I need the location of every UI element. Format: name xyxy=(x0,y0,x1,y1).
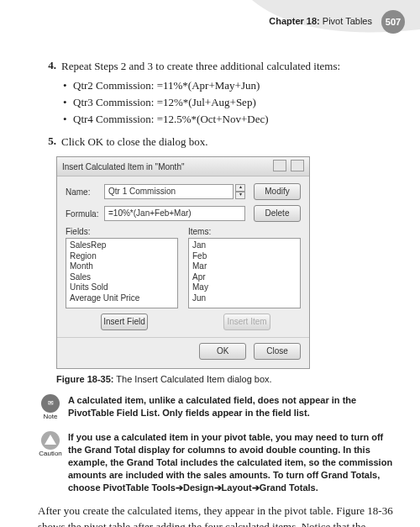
list-item[interactable]: Jan xyxy=(192,240,297,251)
caution-callout: Caution If you use a calculated item in … xyxy=(38,431,399,493)
bullet-item: Qtr2 Commission: =11%*(Apr+May+Jun) xyxy=(63,79,399,92)
fields-label: Fields: xyxy=(66,227,178,236)
list-item[interactable]: Apr xyxy=(192,272,297,283)
fields-listbox[interactable]: SalesRep Region Month Sales Units Sold A… xyxy=(66,238,178,308)
step-4: 4. Repeat Steps 2 and 3 to create three … xyxy=(38,59,399,74)
bullet-list: Qtr2 Commission: =11%*(Apr+May+Jun) Qtr3… xyxy=(63,79,399,126)
list-item[interactable]: SalesRep xyxy=(70,240,174,251)
bullet-text: Qtr4 Commission: =12.5%*(Oct+Nov+Dec) xyxy=(73,113,269,126)
name-stepper[interactable]: ▴▾ xyxy=(235,184,245,199)
bullet-item: Qtr4 Commission: =12.5%*(Oct+Nov+Dec) xyxy=(63,113,399,126)
dialog-titlebar[interactable]: Insert Calculated Item in "Month" xyxy=(57,157,309,177)
insert-field-button[interactable]: Insert Field xyxy=(101,314,148,330)
figure-wrapper: Insert Calculated Item in "Month" Name: … xyxy=(56,156,399,384)
formula-label: Formula: xyxy=(66,209,104,219)
note-label: Note xyxy=(38,414,63,421)
chapter-title: Pivot Tables xyxy=(323,16,372,26)
page: Chapter 18: Pivot Tables 507 4. Repeat S… xyxy=(0,0,420,527)
lists-row: Fields: SalesRep Region Month Sales Unit… xyxy=(66,227,301,330)
warning-triangle-icon xyxy=(41,431,60,450)
titlebar-buttons xyxy=(271,160,304,173)
formula-input[interactable]: =10%*(Jan+Feb+Mar) xyxy=(104,206,245,221)
note-icon: ✉ Note xyxy=(38,394,63,421)
list-item[interactable]: Jun xyxy=(192,293,297,304)
page-body: 4. Repeat Steps 2 and 3 to create three … xyxy=(38,59,399,527)
step-text: Click OK to close the dialog box. xyxy=(61,134,399,150)
list-item[interactable]: Feb xyxy=(192,251,297,262)
list-item[interactable]: Units Sold xyxy=(70,282,174,293)
insert-item-button[interactable]: Insert Item xyxy=(223,314,270,330)
modify-button[interactable]: Modify xyxy=(254,183,301,200)
step-number: 5. xyxy=(38,134,61,150)
items-listbox[interactable]: Jan Feb Mar Apr May Jun xyxy=(188,238,301,308)
note-callout: ✉ Note A calculated item, unlike a calcu… xyxy=(38,394,399,421)
bullet-icon xyxy=(63,96,73,109)
bullet-text: Qtr3 Commission: =12%*(Jul+Aug+Sep) xyxy=(73,96,256,109)
caution-icon: Caution xyxy=(38,431,63,493)
name-row: Name: Qtr 1 Commission ▴▾ Modify xyxy=(66,183,301,200)
chapter-label: Chapter 18: xyxy=(269,16,320,26)
caution-text: If you use a calculated item in your piv… xyxy=(68,431,399,493)
items-label: Items: xyxy=(188,227,301,236)
chevron-down-icon[interactable]: ▾ xyxy=(235,192,245,199)
dialog-footer: OK Close xyxy=(57,337,309,368)
page-number-badge: 507 xyxy=(381,10,405,34)
list-item[interactable]: Sales xyxy=(70,272,174,283)
list-item[interactable]: Mar xyxy=(192,261,297,272)
bullet-icon xyxy=(63,113,73,126)
close-icon[interactable] xyxy=(291,160,304,171)
step-text: Repeat Steps 2 and 3 to create three add… xyxy=(61,59,399,74)
formula-row: Formula: =10%*(Jan+Feb+Mar) Delete xyxy=(66,205,301,222)
envelope-icon: ✉ xyxy=(41,394,60,413)
figure-label: Figure 18-35: xyxy=(56,374,113,384)
chevron-up-icon[interactable]: ▴ xyxy=(235,184,245,192)
close-button[interactable]: Close xyxy=(254,343,301,360)
dialog-title: Insert Calculated Item in "Month" xyxy=(62,162,185,171)
list-item[interactable]: Region xyxy=(70,251,174,262)
list-item[interactable]: May xyxy=(192,282,297,293)
step-5: 5. Click OK to close the dialog box. xyxy=(38,134,399,150)
figure-caption: Figure 18-35: The Insert Calculated Item… xyxy=(56,374,399,384)
page-header: Chapter 18: Pivot Tables 507 xyxy=(269,10,405,34)
list-item[interactable]: Month xyxy=(70,261,174,272)
name-label: Name: xyxy=(66,187,104,197)
bullet-text: Qtr2 Commission: =11%*(Apr+May+Jun) xyxy=(73,79,260,92)
note-text: A calculated item, unlike a calculated f… xyxy=(68,394,399,421)
items-column: Items: Jan Feb Mar Apr May Jun Insert It… xyxy=(188,227,301,330)
list-item[interactable]: Average Unit Price xyxy=(70,293,174,304)
bullet-icon xyxy=(63,79,73,92)
delete-button[interactable]: Delete xyxy=(254,205,301,222)
dialog-body: Name: Qtr 1 Commission ▴▾ Modify Formula… xyxy=(57,177,309,337)
dialog-insert-calculated-item: Insert Calculated Item in "Month" Name: … xyxy=(56,156,310,369)
figure-caption-text: The Insert Calculated Item dialog box. xyxy=(116,374,271,384)
help-icon[interactable] xyxy=(273,160,286,171)
bullet-item: Qtr3 Commission: =12%*(Jul+Aug+Sep) xyxy=(63,96,399,109)
caution-label: Caution xyxy=(38,451,63,458)
fields-column: Fields: SalesRep Region Month Sales Unit… xyxy=(66,227,178,330)
body-paragraph: After you create the calculated items, t… xyxy=(38,503,399,527)
name-input[interactable]: Qtr 1 Commission xyxy=(104,184,234,199)
ok-button[interactable]: OK xyxy=(199,343,246,360)
step-number: 4. xyxy=(38,59,61,74)
